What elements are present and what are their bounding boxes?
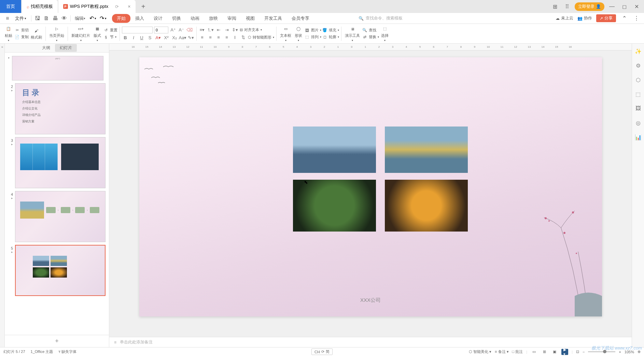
cloud-button[interactable]: ☁未上云 <box>556 15 573 21</box>
textbox-button[interactable]: ▭文本框▾ <box>279 25 293 43</box>
command-search[interactable]: 🔍 查找命令、搜索模板 <box>359 15 403 21</box>
minimize-button[interactable]: — <box>607 2 617 11</box>
rs-location-icon[interactable]: ◎ <box>634 119 642 127</box>
tab-add[interactable]: + <box>138 1 149 12</box>
find-button[interactable]: 🔍查找 <box>362 28 379 33</box>
ime-indicator[interactable]: CH ⟳ 简 <box>311 348 333 355</box>
menu-tab-member[interactable]: 会员专享 <box>287 14 314 23</box>
tab-file-active[interactable]: P WPS PPT教程.pptx ⟳ × <box>58 0 136 13</box>
rs-design-icon[interactable]: ✨ <box>634 47 642 55</box>
view-sorter-button[interactable]: ⊞ <box>541 349 548 355</box>
image-mountain[interactable] <box>293 127 376 173</box>
fit-button[interactable]: ⊡ <box>576 350 579 354</box>
more-icon[interactable]: ⋮ <box>632 14 641 23</box>
menu-tab-insert[interactable]: 插入 <box>130 14 149 23</box>
increase-indent-button[interactable]: ⇥ <box>223 27 230 33</box>
highlight-button[interactable]: ✎▾ <box>187 35 194 41</box>
replace-button[interactable]: ⇄替换▾ <box>362 34 379 40</box>
rs-settings-icon[interactable]: ⚙ <box>634 61 642 70</box>
view-reading-button[interactable]: ▣ <box>551 349 558 355</box>
clear-format-button[interactable]: ⌫ <box>186 27 193 33</box>
menu-tab-slideshow[interactable]: 放映 <box>204 14 223 23</box>
subscript-button[interactable]: X₂ <box>171 35 178 41</box>
menu-tab-design[interactable]: 设计 <box>149 14 167 23</box>
collapse-left-button[interactable]: « <box>0 44 5 347</box>
theme-name[interactable]: 1_Office 主题 <box>31 349 53 354</box>
company-label[interactable]: XXX公司 <box>360 297 381 303</box>
panel-tab-outline[interactable]: 大纲 <box>37 44 55 52</box>
line-spacing-button[interactable]: ⇕▾ <box>232 27 238 33</box>
rs-layers-icon[interactable]: ⬚ <box>634 90 642 98</box>
image-lake[interactable] <box>385 127 468 173</box>
comments-toggle[interactable]: □ 批注 <box>512 349 523 354</box>
print-preview-icon[interactable]: 👁 <box>60 14 68 23</box>
fill-button[interactable]: 🪣填充▾ <box>322 28 339 33</box>
columns-button[interactable]: ⫴ <box>232 34 238 41</box>
select-button[interactable]: ⬚选择▾ <box>380 25 390 43</box>
align-text-button[interactable]: ⊟对齐文本▾ <box>240 27 262 32</box>
beautify-button[interactable]: ⬡ 智能美化 ▾ <box>469 349 491 354</box>
zoom-slider[interactable] <box>588 351 615 352</box>
font-color-button[interactable]: A▾ <box>155 35 162 41</box>
menu-tab-devtools[interactable]: 开发工具 <box>260 14 287 23</box>
decrease-indent-button[interactable]: ⇤ <box>215 27 222 33</box>
slide-list[interactable]: ▸ ·PPT· 2▸ 目录 介绍基本信息 介绍公文化 详细介绍产品 营销方案 3… <box>5 53 109 335</box>
format-painter-button[interactable]: 🖌 格式刷 <box>29 27 43 41</box>
collab-button[interactable]: 👥协作 <box>577 15 592 21</box>
layout-button[interactable]: ▦ 版式▾ <box>92 25 102 43</box>
align-center-button[interactable]: ≡ <box>207 34 214 41</box>
copy-button[interactable]: 📄复制 <box>14 34 29 40</box>
menu-tab-review[interactable]: 审阅 <box>223 14 241 23</box>
menu-file[interactable]: 文件 ▾ <box>12 15 29 21</box>
shape-button[interactable]: ◯形状▾ <box>293 25 304 43</box>
rs-image-icon[interactable]: 🖼 <box>634 104 642 113</box>
menu-tab-view[interactable]: 视图 <box>241 14 260 23</box>
section-button[interactable]: §节▾ <box>103 34 117 40</box>
align-left-button[interactable]: ≡ <box>199 34 206 41</box>
grid-icon[interactable]: ⊞ <box>550 2 560 11</box>
canvas-scroll[interactable]: XXX公司 ⬉ <box>109 50 632 337</box>
save-as-icon[interactable]: 🗎 <box>42 14 51 23</box>
slide-item-1[interactable]: ▸ ·PPT· <box>5 55 109 82</box>
change-case-button[interactable]: Aa▾ <box>179 35 186 41</box>
bullets-button[interactable]: ≡▾ <box>199 27 206 33</box>
menu-tab-start[interactable]: 开始 <box>112 14 130 23</box>
view-slideshow-button[interactable]: ▶ ▾ <box>561 349 568 355</box>
print-icon[interactable]: 🖶 <box>51 14 59 23</box>
strike-button[interactable]: S <box>146 35 153 41</box>
menu-tab-transition[interactable]: 切换 <box>167 14 186 23</box>
slide-canvas[interactable]: XXX公司 ⬉ <box>139 57 602 316</box>
maximize-button[interactable]: ◻ <box>619 2 629 11</box>
cut-button[interactable]: ✂剪切 <box>14 28 29 33</box>
demo-tools-button[interactable]: 🖥演示工具▾ <box>344 25 361 43</box>
align-right-button[interactable]: ≡ <box>215 34 222 41</box>
arrange-button[interactable]: ⬚排列▾ <box>304 34 321 40</box>
increase-font-button[interactable]: A⁺ <box>170 27 177 33</box>
close-button[interactable]: ✕ <box>632 2 641 11</box>
outline-button[interactable]: ◻轮廓▾ <box>322 34 339 40</box>
view-normal-button[interactable]: ▭ <box>531 349 537 355</box>
tab-close-icon[interactable]: × <box>128 4 130 9</box>
notes-area[interactable]: ≡ 单击此处添加备注 <box>109 337 632 347</box>
login-button[interactable]: 立即登录 👤 <box>575 2 604 11</box>
slide-item-3[interactable]: 3▸ <box>5 136 109 190</box>
paste-button[interactable]: 📋 粘贴▾ <box>3 25 14 43</box>
missing-font[interactable]: ᴛ 缺失字体 <box>58 349 76 354</box>
collapse-ribbon-icon[interactable]: ⌃ <box>620 14 628 23</box>
font-name-input[interactable] <box>122 27 153 33</box>
apps-icon[interactable]: ⠿ <box>562 2 572 11</box>
share-button[interactable]: ↗分享 <box>596 14 616 22</box>
image-leaf-green[interactable] <box>293 180 376 232</box>
align-justify-button[interactable]: ≡ <box>223 34 230 41</box>
rs-shape-icon[interactable]: ⬡ <box>634 76 642 84</box>
notes-toggle[interactable]: ≡ 备注 ▾ <box>495 349 509 354</box>
numbering-button[interactable]: ⒈▾ <box>207 27 214 33</box>
slide-item-2[interactable]: 2▸ 目录 介绍基本信息 介绍公文化 详细介绍产品 营销方案 <box>5 82 109 136</box>
reset-button[interactable]: ↺重置 <box>103 28 117 33</box>
menu-edit[interactable]: 编辑▾ <box>73 15 87 21</box>
superscript-button[interactable]: X² <box>163 35 170 41</box>
play-from-current-button[interactable]: ▷ 当页开始▾ <box>48 25 66 43</box>
new-slide-button[interactable]: ▭+ 新建幻灯片▾ <box>70 25 92 43</box>
redo-button[interactable]: ↷▾ <box>98 15 108 21</box>
smart-shape-button[interactable]: ⬡转智能图形▾ <box>248 35 274 40</box>
